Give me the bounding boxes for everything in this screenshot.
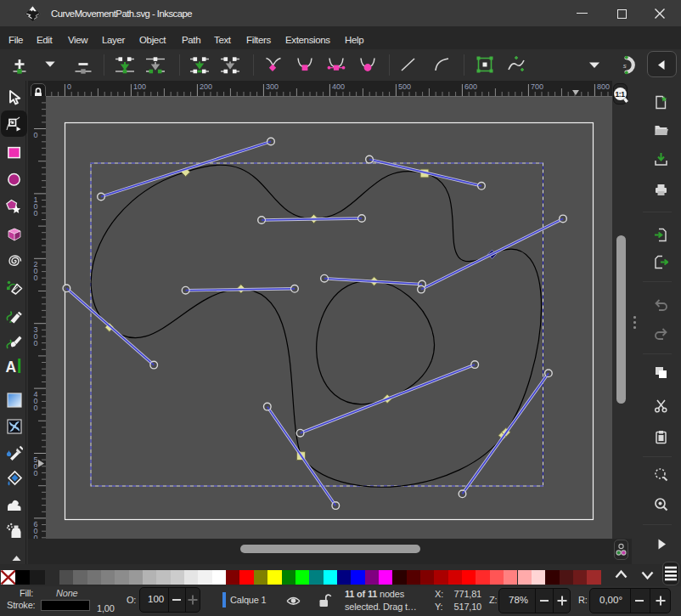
svg-text:0: 0 xyxy=(34,469,38,478)
svg-text:0: 0 xyxy=(34,404,38,412)
svg-text:1:1: 1:1 xyxy=(616,90,626,99)
svg-text:600: 600 xyxy=(464,82,477,91)
svg-text:0: 0 xyxy=(34,131,38,139)
svg-text:A: A xyxy=(6,359,17,376)
svg-text:100: 100 xyxy=(133,82,146,91)
svg-text:0: 0 xyxy=(67,82,71,91)
svg-text:700: 700 xyxy=(531,82,543,91)
svg-text:500: 500 xyxy=(398,82,411,91)
svg-text:300: 300 xyxy=(266,82,279,91)
svg-text:400: 400 xyxy=(332,82,345,91)
svg-text:0: 0 xyxy=(34,339,38,348)
svg-text:0: 0 xyxy=(34,274,38,282)
svg-text:200: 200 xyxy=(200,82,212,91)
svg-text:800: 800 xyxy=(597,82,610,91)
svg-text:0: 0 xyxy=(34,209,38,218)
svg-text:s: s xyxy=(623,62,627,70)
